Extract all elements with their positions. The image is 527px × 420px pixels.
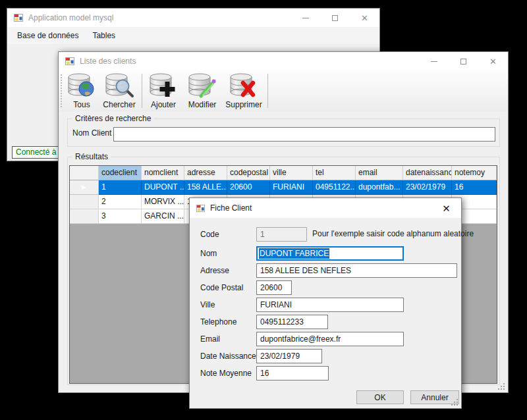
column-header[interactable]: notemoy (452, 166, 497, 180)
grid-header-row: codeclientnomclientadressecodepostalvill… (70, 166, 497, 180)
code-label: Code (200, 230, 219, 239)
toolbar-label: Supprimer (225, 100, 262, 109)
main-window-titlebar[interactable]: Application model mysql ✕ (7, 9, 379, 27)
results-group-title: Résultats (72, 152, 111, 162)
database-plus-icon (148, 72, 179, 101)
dialog-title: Fiche Client (210, 203, 252, 213)
nom-client-label: Nom Client (72, 128, 111, 138)
note-moyenne-field[interactable]: 16 (256, 366, 329, 381)
toolbar-label: Modifier (188, 100, 217, 109)
ajouter-button[interactable]: Ajouter (144, 70, 182, 111)
column-header[interactable]: ville (270, 166, 313, 180)
close-button[interactable]: ✕ (431, 198, 461, 218)
maximize-button[interactable] (449, 52, 478, 70)
grid-cell[interactable]: 158 ALLE... (184, 180, 227, 195)
toolbar-grip[interactable] (61, 74, 62, 107)
resize-grip[interactable] (451, 398, 458, 406)
toolbar-label: Tous (73, 100, 90, 109)
ville-label: Ville (200, 300, 215, 309)
toolbar-separator (142, 74, 142, 108)
row-selector-cell[interactable] (70, 209, 99, 224)
ok-button[interactable]: OK (356, 390, 404, 404)
column-header[interactable]: datenaissance (403, 166, 452, 180)
toolbar-label: Ajouter (151, 100, 176, 109)
column-header[interactable]: tel (313, 166, 356, 180)
app-icon (196, 203, 206, 213)
database-pen-icon (187, 72, 217, 101)
nom-field[interactable]: DUPONT FABRICE (256, 246, 404, 261)
modifier-button[interactable]: Modifier (182, 70, 222, 111)
code-postal-field[interactable]: 20600 (256, 280, 292, 295)
window-title: Liste des clients (80, 57, 136, 66)
close-button[interactable]: ✕ (350, 9, 379, 27)
column-header[interactable]: email (356, 166, 403, 180)
date-naissance-label: Date Naissance (200, 352, 256, 361)
tous-button[interactable]: Tous (65, 70, 99, 111)
column-header[interactable]: codeclient (99, 166, 142, 180)
grid-cell[interactable]: 1 (99, 180, 142, 195)
app-icon (65, 56, 75, 66)
chercher-button[interactable]: Chercher (99, 70, 140, 111)
minimize-button[interactable] (291, 9, 320, 27)
grid-cell[interactable]: GARCIN ... (142, 209, 184, 224)
database-globe-icon (67, 72, 97, 101)
telephone-label: Telephone (200, 317, 236, 327)
email-field[interactable]: dupontfabrice@freex.fr (256, 332, 404, 346)
grid-cell[interactable]: 2 (99, 195, 142, 209)
telephone-field[interactable]: 0495112233 (256, 315, 328, 329)
grid-cell[interactable]: FURIANI (270, 180, 313, 195)
adresse-field[interactable]: 158 ALLEE DES NEFLES (256, 263, 457, 278)
adresse-label: Adresse (200, 266, 229, 275)
grid-cell[interactable]: dupontfab... (356, 180, 403, 195)
nom-label: Nom (200, 249, 217, 258)
menu-item-tables[interactable]: Tables (92, 31, 115, 40)
row-selector-cell[interactable]: ▶ (70, 180, 99, 195)
database-search-icon (104, 72, 134, 101)
grid-cell[interactable]: DUPONT ... (142, 180, 184, 195)
code-field: 1 (256, 227, 307, 242)
menu-bar: Base de données Tables (7, 27, 379, 44)
grid-cell[interactable]: 23/02/1979 (403, 180, 452, 195)
note-moyenne-label: Note Moyenne (200, 369, 252, 378)
column-header[interactable]: codepostal (227, 166, 270, 180)
date-naissance-field[interactable]: 23/02/1979 (256, 349, 322, 363)
search-groupbox: Critères de recherche Nom Client (67, 118, 500, 147)
clients-window-titlebar[interactable]: Liste des clients ✕ (59, 52, 508, 70)
column-header[interactable]: adresse (184, 166, 227, 180)
supprimer-button[interactable]: Supprimer (222, 70, 265, 111)
search-group-title: Critères de recherche (72, 114, 153, 124)
code-hint: Pour l'exemple saisir code alphanum alea… (312, 229, 474, 238)
grid-cell[interactable]: 04951122... (313, 180, 356, 195)
minimize-button[interactable] (419, 52, 449, 70)
toolbar: Tous Cherc (59, 70, 508, 111)
grid-cell[interactable]: 16 (452, 180, 497, 195)
row-selector-cell[interactable] (70, 195, 99, 209)
table-row[interactable]: ▶1DUPONT ...158 ALLE...20600FURIANI04951… (70, 180, 497, 195)
desktop: Application model mysql ✕ Base de donnée… (0, 0, 527, 420)
selected-text: DUPONT FABRICE (259, 248, 329, 259)
close-button[interactable]: ✕ (478, 52, 508, 70)
toolbar-separator (267, 74, 268, 108)
maximize-button[interactable] (320, 9, 350, 27)
nom-client-input[interactable] (113, 127, 495, 142)
grid-corner-cell (70, 166, 99, 180)
fiche-client-dialog: Fiche Client ✕ Code 1 Pour l'exemple sai… (189, 197, 462, 409)
column-header[interactable]: nomclient (142, 166, 184, 180)
grid-cell[interactable]: MORVIX ... (142, 195, 184, 209)
grid-cell[interactable]: 20600 (227, 180, 270, 195)
email-label: Email (200, 334, 220, 344)
toolbar-label: Chercher (103, 100, 135, 109)
dialog-titlebar[interactable]: Fiche Client ✕ (190, 198, 461, 218)
code-postal-label: Code Postal (200, 283, 243, 292)
ville-field[interactable]: FURIANI (256, 298, 404, 312)
database-x-icon (229, 72, 259, 101)
menu-item-base-de-donnees[interactable]: Base de données (17, 31, 78, 40)
window-title: Application model mysql (28, 13, 113, 22)
grid-cell[interactable]: 3 (99, 209, 142, 224)
resize-grip[interactable] (497, 382, 505, 390)
app-icon (13, 13, 24, 23)
